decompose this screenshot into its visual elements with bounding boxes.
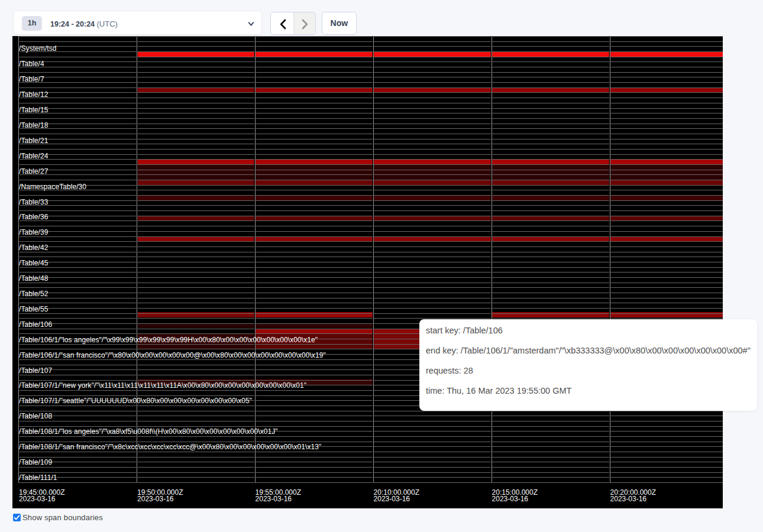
svg-text:2023-03-16: 2023-03-16 — [256, 495, 292, 503]
svg-text:/Table/107/1/"new york"/"\x11\: /Table/107/1/"new york"/"\x11\x11\x11\x1… — [19, 381, 306, 390]
svg-text:/Table/107/1/"seattle"/"UUUUUU: /Table/107/1/"seattle"/"UUUUUUD\x00\x80\… — [19, 397, 252, 405]
svg-text:/Table/33: /Table/33 — [19, 197, 49, 206]
svg-text:/Table/4: /Table/4 — [19, 60, 44, 68]
svg-text:/Table/7: /Table/7 — [19, 75, 44, 83]
svg-text:/Table/108/1/"san francisco"/": /Table/108/1/"san francisco"/"\x8c\xcc\x… — [19, 443, 321, 451]
svg-text:2023-03-16: 2023-03-16 — [137, 495, 174, 503]
svg-text:2023-03-16: 2023-03-16 — [492, 495, 529, 503]
svg-text:/System/tsd: /System/tsd — [19, 44, 56, 53]
svg-text:/Table/108/1/"los angeles"/"\x: /Table/108/1/"los angeles"/"\xa8\xf5\u00… — [19, 427, 278, 436]
svg-text:/Table/45: /Table/45 — [19, 259, 49, 267]
svg-text:/Table/12: /Table/12 — [19, 90, 49, 99]
svg-text:/Table/48: /Table/48 — [19, 274, 49, 283]
svg-text:/Table/109: /Table/109 — [19, 458, 52, 466]
svg-text:/Table/106/1/"san francisco"/": /Table/106/1/"san francisco"/"\x80\x00\x… — [19, 351, 326, 359]
svg-text:/Table/55: /Table/55 — [19, 304, 49, 313]
svg-text:/Table/52: /Table/52 — [19, 290, 49, 298]
svg-text:/Table/36: /Table/36 — [19, 213, 49, 221]
svg-text:2023-03-16: 2023-03-16 — [19, 495, 56, 503]
svg-text:/Table/15: /Table/15 — [19, 106, 49, 114]
svg-text:/Table/42: /Table/42 — [19, 244, 49, 252]
svg-text:/Table/27: /Table/27 — [19, 167, 49, 175]
svg-text:/Table/106: /Table/106 — [19, 320, 52, 328]
svg-text:/Table/24: /Table/24 — [19, 151, 49, 160]
svg-text:2023-03-16: 2023-03-16 — [374, 495, 410, 503]
svg-text:/NamespaceTable/30: /NamespaceTable/30 — [19, 182, 86, 190]
svg-text:2023-03-16: 2023-03-16 — [610, 495, 647, 503]
svg-text:/Table/39: /Table/39 — [19, 228, 49, 236]
svg-text:/Table/111/1: /Table/111/1 — [19, 473, 57, 481]
svg-text:/Table/21: /Table/21 — [19, 136, 49, 144]
svg-text:/Table/18: /Table/18 — [19, 121, 49, 129]
svg-text:/Table/108: /Table/108 — [19, 412, 52, 420]
svg-text:/Table/107: /Table/107 — [19, 366, 52, 374]
svg-text:/Table/106/1/"los angeles"/"\x: /Table/106/1/"los angeles"/"\x99\x99\x99… — [19, 335, 318, 343]
